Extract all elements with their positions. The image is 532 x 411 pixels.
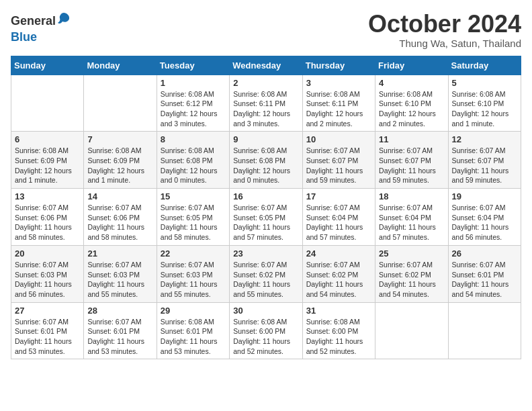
day-number: 19 [452,191,517,201]
day-number: 23 [233,248,298,259]
day-info: Sunrise: 6:07 AM Sunset: 6:03 PM Dayligh… [87,260,152,300]
day-info: Sunrise: 6:07 AM Sunset: 6:01 PM Dayligh… [15,317,80,357]
calendar-cell: 12Sunrise: 6:07 AM Sunset: 6:07 PM Dayli… [448,132,521,189]
day-number: 27 [15,306,80,316]
day-number: 20 [15,248,80,259]
calendar-cell: 7Sunrise: 6:08 AM Sunset: 6:09 PM Daylig… [84,132,157,189]
calendar-cell [84,75,157,132]
day-info: Sunrise: 6:07 AM Sunset: 6:02 PM Dayligh… [306,260,371,300]
day-info: Sunrise: 6:07 AM Sunset: 6:02 PM Dayligh… [233,260,298,300]
day-number: 13 [15,191,80,201]
calendar-cell: 30Sunrise: 6:08 AM Sunset: 6:00 PM Dayli… [230,302,302,359]
calendar-cell: 24Sunrise: 6:07 AM Sunset: 6:02 PM Dayli… [302,245,375,302]
day-number: 11 [379,134,444,144]
day-info: Sunrise: 6:07 AM Sunset: 6:04 PM Dayligh… [306,203,371,242]
day-number: 4 [379,78,444,88]
day-info: Sunrise: 6:07 AM Sunset: 6:07 PM Dayligh… [379,146,444,185]
day-number: 5 [452,78,517,88]
day-number: 16 [233,191,298,201]
day-info: Sunrise: 6:07 AM Sunset: 6:06 PM Dayligh… [87,203,152,242]
header-saturday: Saturday [448,56,521,75]
day-number: 29 [161,306,226,316]
day-number: 8 [161,134,226,144]
header-sunday: Sunday [11,56,84,75]
calendar-cell: 25Sunrise: 6:07 AM Sunset: 6:02 PM Dayli… [375,245,448,302]
day-info: Sunrise: 6:07 AM Sunset: 6:01 PM Dayligh… [87,317,152,357]
day-info: Sunrise: 6:08 AM Sunset: 6:09 PM Dayligh… [15,146,80,185]
day-number: 28 [87,306,152,316]
header-friday: Friday [375,56,448,75]
day-info: Sunrise: 6:07 AM Sunset: 6:04 PM Dayligh… [379,203,444,242]
day-info: Sunrise: 6:08 AM Sunset: 6:01 PM Dayligh… [161,317,226,357]
day-number: 14 [87,191,152,201]
day-number: 24 [306,248,371,259]
day-info: Sunrise: 6:07 AM Sunset: 6:04 PM Dayligh… [452,203,517,242]
day-number: 17 [306,191,371,201]
calendar-cell: 21Sunrise: 6:07 AM Sunset: 6:03 PM Dayli… [84,245,157,302]
calendar-cell: 13Sunrise: 6:07 AM Sunset: 6:06 PM Dayli… [11,189,84,246]
day-number: 1 [161,78,226,88]
calendar-week-row: 27Sunrise: 6:07 AM Sunset: 6:01 PM Dayli… [11,302,521,359]
calendar-cell: 4Sunrise: 6:08 AM Sunset: 6:10 PM Daylig… [375,75,448,132]
calendar-cell: 14Sunrise: 6:07 AM Sunset: 6:06 PM Dayli… [84,189,157,246]
day-info: Sunrise: 6:07 AM Sunset: 6:07 PM Dayligh… [306,146,371,185]
day-number: 30 [233,306,298,316]
calendar-cell: 5Sunrise: 6:08 AM Sunset: 6:10 PM Daylig… [448,75,521,132]
calendar-cell: 10Sunrise: 6:07 AM Sunset: 6:07 PM Dayli… [302,132,375,189]
calendar-cell: 28Sunrise: 6:07 AM Sunset: 6:01 PM Dayli… [84,302,157,359]
day-info: Sunrise: 6:08 AM Sunset: 6:09 PM Dayligh… [87,146,152,185]
calendar-cell: 31Sunrise: 6:08 AM Sunset: 6:00 PM Dayli… [302,302,375,359]
day-info: Sunrise: 6:07 AM Sunset: 6:05 PM Dayligh… [161,203,226,242]
logo: General Blue [11,11,72,44]
calendar-week-row: 1Sunrise: 6:08 AM Sunset: 6:12 PM Daylig… [11,75,521,132]
day-info: Sunrise: 6:08 AM Sunset: 6:11 PM Dayligh… [233,89,298,129]
day-number: 21 [87,248,152,259]
header-tuesday: Tuesday [157,56,229,75]
calendar-cell: 16Sunrise: 6:07 AM Sunset: 6:05 PM Dayli… [230,189,302,246]
calendar-cell: 22Sunrise: 6:07 AM Sunset: 6:03 PM Dayli… [157,245,229,302]
day-info: Sunrise: 6:08 AM Sunset: 6:00 PM Dayligh… [306,317,371,357]
day-number: 25 [379,248,444,259]
calendar-cell: 18Sunrise: 6:07 AM Sunset: 6:04 PM Dayli… [375,189,448,246]
calendar-cell [11,75,84,132]
day-number: 15 [161,191,226,201]
day-info: Sunrise: 6:07 AM Sunset: 6:06 PM Dayligh… [15,203,80,242]
calendar-week-row: 20Sunrise: 6:07 AM Sunset: 6:03 PM Dayli… [11,245,521,302]
day-info: Sunrise: 6:07 AM Sunset: 6:05 PM Dayligh… [233,203,298,242]
day-number: 10 [306,134,371,144]
calendar-cell: 20Sunrise: 6:07 AM Sunset: 6:03 PM Dayli… [11,245,84,302]
calendar-cell [375,302,448,359]
calendar-header-row: SundayMondayTuesdayWednesdayThursdayFrid… [11,56,521,75]
header-thursday: Thursday [302,56,375,75]
header-wednesday: Wednesday [230,56,302,75]
calendar-cell: 8Sunrise: 6:08 AM Sunset: 6:08 PM Daylig… [157,132,229,189]
day-info: Sunrise: 6:08 AM Sunset: 6:10 PM Dayligh… [379,89,444,129]
day-info: Sunrise: 6:08 AM Sunset: 6:11 PM Dayligh… [306,89,371,129]
calendar-cell: 29Sunrise: 6:08 AM Sunset: 6:01 PM Dayli… [157,302,229,359]
calendar-cell: 17Sunrise: 6:07 AM Sunset: 6:04 PM Dayli… [302,189,375,246]
day-info: Sunrise: 6:07 AM Sunset: 6:07 PM Dayligh… [452,146,517,185]
calendar-table: SundayMondayTuesdayWednesdayThursdayFrid… [11,56,521,360]
location-text: Thung Wa, Satun, Thailand [368,38,521,49]
day-number: 31 [306,306,371,316]
day-number: 2 [233,78,298,88]
calendar-cell: 3Sunrise: 6:08 AM Sunset: 6:11 PM Daylig… [302,75,375,132]
day-number: 22 [161,248,226,259]
day-info: Sunrise: 6:08 AM Sunset: 6:08 PM Dayligh… [233,146,298,185]
month-title: October 2024 [368,11,521,38]
day-number: 7 [87,134,152,144]
calendar-cell: 19Sunrise: 6:07 AM Sunset: 6:04 PM Dayli… [448,189,521,246]
day-info: Sunrise: 6:08 AM Sunset: 6:10 PM Dayligh… [452,89,517,129]
day-number: 12 [452,134,517,144]
day-info: Sunrise: 6:07 AM Sunset: 6:03 PM Dayligh… [161,260,226,300]
day-info: Sunrise: 6:07 AM Sunset: 6:01 PM Dayligh… [452,260,517,300]
day-number: 26 [452,248,517,259]
calendar-cell: 11Sunrise: 6:07 AM Sunset: 6:07 PM Dayli… [375,132,448,189]
calendar-cell: 6Sunrise: 6:08 AM Sunset: 6:09 PM Daylig… [11,132,84,189]
header-monday: Monday [84,56,157,75]
calendar-week-row: 13Sunrise: 6:07 AM Sunset: 6:06 PM Dayli… [11,189,521,246]
calendar-cell: 27Sunrise: 6:07 AM Sunset: 6:01 PM Dayli… [11,302,84,359]
calendar-cell: 23Sunrise: 6:07 AM Sunset: 6:02 PM Dayli… [230,245,302,302]
logo-general-text: General [11,15,56,27]
day-number: 9 [233,134,298,144]
